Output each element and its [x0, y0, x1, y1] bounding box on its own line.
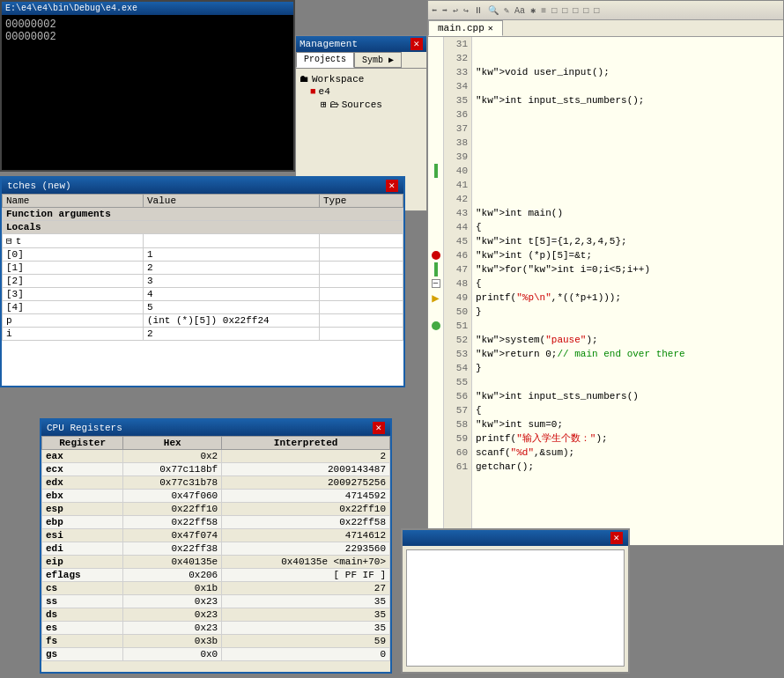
line-number: 58: [447, 417, 468, 431]
gutter-line: [428, 93, 443, 107]
col-name: Name: [3, 195, 144, 208]
gutter-line: [428, 446, 443, 460]
code-line: printf("%p\n",*((*p+1)));: [476, 291, 780, 305]
code-line: scanf("%d",&sum);: [476, 446, 780, 460]
cpu-titlebar: CPU Registers ✕: [41, 420, 390, 436]
code-line: [476, 192, 780, 206]
line-number: 39: [447, 150, 468, 164]
code-line: [476, 107, 780, 122]
code-line: "kw">int sum=0;: [476, 417, 780, 431]
gutter-line: [428, 136, 443, 150]
sources-expand-icon: ⊞: [321, 99, 327, 110]
code-line: [476, 136, 780, 150]
code-content[interactable]: "kw">void user_input(); "kw">int input_s…: [472, 37, 783, 542]
line-number: 43: [447, 206, 468, 220]
toolbar-icons: ⬅ ➡ ↩ ↪ ⏸ 🔍 ✎ Aa ✱ ≡ □ □ □ □ □: [432, 5, 599, 16]
editor-tabs: main.cpp ✕: [428, 20, 783, 37]
section-function-args: Function arguments: [3, 208, 403, 221]
management-titlebar: Management ✕: [296, 36, 426, 52]
terminal-line-1: 00000002: [5, 18, 290, 31]
line-number: 46: [447, 248, 468, 262]
cpu-close-button[interactable]: ✕: [373, 422, 385, 434]
gutter-line: [428, 51, 443, 65]
gutter-line: [428, 122, 443, 136]
cpu-row: fs0x3b59: [42, 635, 390, 648]
gutter-line: [428, 79, 443, 93]
code-line: {: [476, 220, 780, 234]
code-line: "kw">for("kw">int i=0;i<5;i++): [476, 262, 780, 276]
terminal-title: E:\e4\e4\bin\Debug\e4.exe: [5, 4, 137, 13]
cpu-col-interpreted: Interpreted: [222, 437, 390, 450]
code-line: printf("输入学生个数：");: [476, 431, 780, 446]
code-line: getchar();: [476, 460, 780, 474]
gutter-line: [428, 389, 443, 403]
terminal-titlebar: E:\e4\e4\bin\Debug\e4.exe: [2, 2, 293, 15]
code-line: [476, 164, 780, 178]
cpu-row: ebx0x47f0604714592: [42, 490, 390, 503]
gutter-line: [428, 417, 443, 431]
tab-main-cpp[interactable]: main.cpp ✕: [428, 20, 503, 36]
watches-table: Name Value Type Function arguments Local…: [2, 194, 403, 341]
watches-title: tches (new): [7, 181, 71, 191]
code-editor: ⬅ ➡ ↩ ↪ ⏸ 🔍 ✎ Aa ✱ ≡ □ □ □ □ □ main.cpp …: [427, 0, 784, 546]
col-value: Value: [144, 195, 320, 208]
tree-workspace[interactable]: 🖿 Workspace: [300, 72, 423, 85]
code-area[interactable]: —▶ 3132333435363738394041424344454647484…: [428, 37, 783, 542]
watches-close-button[interactable]: ✕: [386, 180, 398, 192]
gutter-line: [428, 164, 443, 178]
gutter-line: [428, 361, 443, 375]
gutter-line: [428, 150, 443, 164]
watches-window: tches (new) ✕ Name Value Type Function a…: [0, 176, 405, 387]
code-gutter: —▶: [428, 37, 444, 542]
gutter-line: [428, 248, 443, 262]
code-line: [476, 178, 780, 192]
code-line: "kw">int input_sts_numbers(): [476, 389, 780, 403]
line-number: 37: [447, 122, 468, 136]
gutter-line: [428, 192, 443, 206]
line-number: 56: [447, 389, 468, 403]
cpu-row: gs0x00: [42, 648, 390, 661]
local-t3: [3] 4: [3, 288, 403, 301]
terminal-line-2: 00000002: [5, 31, 290, 43]
local-t0: [0] 1: [3, 248, 403, 262]
line-number: 33: [447, 65, 468, 79]
local-p: p (int (*)[5]) 0x22ff24: [3, 314, 403, 328]
tree-sources[interactable]: ⊞ 🗁 Sources: [321, 98, 423, 111]
tab-projects[interactable]: Projects: [296, 52, 354, 68]
local-t4: [4] 5: [3, 301, 403, 314]
cpu-row: eflags0x206[ PF IF ]: [42, 569, 390, 582]
line-number: 45: [447, 234, 468, 248]
tab-symb[interactable]: Symb ▶: [354, 52, 402, 68]
tab-close-icon[interactable]: ✕: [488, 23, 493, 33]
code-line: "kw">int input_sts_numbers();: [476, 93, 780, 107]
tree-project[interactable]: ■ e4: [310, 85, 423, 98]
line-number: 34: [447, 79, 468, 93]
management-tabs: Projects Symb ▶: [296, 52, 426, 69]
cpu-row: ds0x2335: [42, 608, 390, 622]
code-line: [476, 122, 780, 136]
col-type: Type: [320, 195, 403, 208]
gutter-line: [428, 431, 443, 446]
line-number: 48: [447, 276, 468, 291]
small-dialog-close-button[interactable]: ✕: [610, 532, 623, 544]
gutter-line: ▶: [428, 291, 443, 305]
cpu-row: ecx0x77c118bf2009143487: [42, 463, 390, 476]
gutter-line: [428, 305, 443, 319]
code-line: "kw">int (*p)[5]=&t;: [476, 248, 780, 262]
terminal-window: E:\e4\e4\bin\Debug\e4.exe 00000002 00000…: [0, 0, 295, 172]
cpu-row: edx0x77c31b782009275256: [42, 476, 390, 490]
gutter-line: [428, 65, 443, 79]
local-i: i 2: [3, 328, 403, 341]
workspace-icon: 🖿: [300, 73, 309, 85]
management-close-button[interactable]: ✕: [410, 38, 423, 50]
line-number: 32: [447, 51, 468, 65]
gutter-line: [428, 234, 443, 248]
code-line: "kw">system("pause");: [476, 333, 780, 347]
line-number: 36: [447, 107, 468, 122]
line-number: 42: [447, 192, 468, 206]
local-t: ⊟t: [3, 234, 403, 248]
section-locals: Locals: [3, 221, 403, 234]
gutter-line: [428, 460, 443, 474]
cpu-row: eip0x40135e0x40135e <main+70>: [42, 556, 390, 569]
sources-folder-icon: 🗁: [329, 99, 339, 110]
